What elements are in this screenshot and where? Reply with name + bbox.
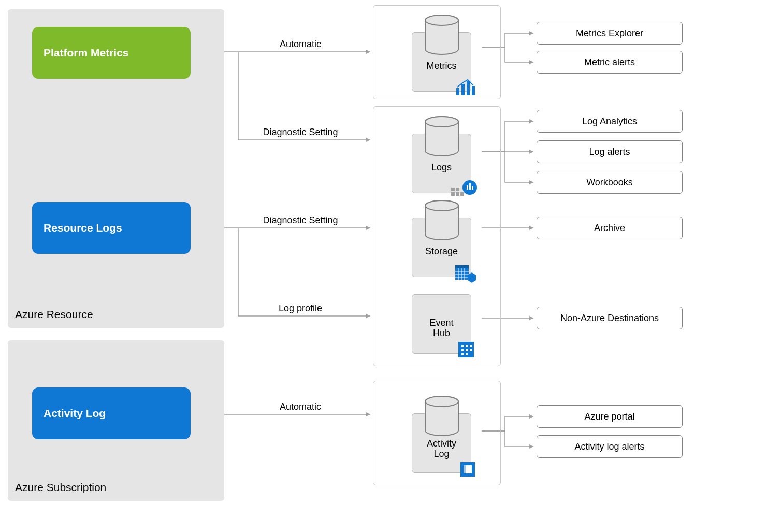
svg-rect-29 [461,345,464,347]
database-icon [423,116,460,158]
svg-point-38 [425,396,458,407]
storage-icon [454,262,477,283]
database-icon [423,199,460,242]
svg-marker-27 [468,272,476,283]
region-azure-resource-label: Azure Resource [15,308,93,321]
activity-log-icon [458,460,477,479]
svg-rect-16 [472,186,473,190]
consumer-log-analytics: Log Analytics [537,110,683,133]
event-hub-icon [456,339,477,360]
svg-rect-34 [470,349,472,351]
dest-logs-label: Logs [431,163,452,173]
dest-activity-log-label: Activity Log [427,439,456,459]
logs-icon [451,178,477,199]
consumer-activity-log-alerts: Activity log alerts [537,435,683,458]
svg-rect-20 [455,265,469,268]
consumer-workbooks: Workbooks [537,171,683,194]
source-activity-log: Activity Log [32,387,191,439]
svg-rect-41 [464,465,466,473]
consumer-metric-alerts: Metric alerts [537,51,683,74]
svg-rect-35 [461,353,464,355]
source-resource-logs: Resource Logs [32,202,191,254]
database-icon [423,395,460,438]
dest-metrics-label: Metrics [427,61,457,71]
svg-rect-4 [467,81,470,95]
svg-rect-10 [451,192,455,196]
svg-rect-36 [466,353,468,355]
svg-rect-8 [451,188,455,191]
svg-rect-30 [466,345,468,347]
consumer-archive: Archive [537,217,683,239]
svg-rect-3 [461,84,465,95]
svg-rect-31 [470,345,472,347]
edge-label-log-profile: Log profile [279,303,322,314]
svg-rect-11 [456,192,459,196]
source-activity-log-label: Activity Log [44,407,106,420]
svg-rect-32 [461,349,464,351]
svg-rect-14 [467,185,468,190]
region-azure-subscription-label: Azure Subscription [15,481,106,494]
dest-event-hub-label: Event Hub [429,318,453,339]
edge-label-diagnostic-2: Diagnostic Setting [263,215,338,226]
consumer-log-alerts: Log alerts [537,140,683,163]
source-platform-metrics-label: Platform Metrics [44,47,129,59]
edge-label-automatic-1: Automatic [280,39,321,50]
svg-point-18 [425,200,458,211]
dest-logs: Logs [412,134,471,193]
dest-metrics: Metrics [412,32,471,92]
consumer-metrics-explorer: Metrics Explorer [537,22,683,45]
svg-point-7 [425,117,458,127]
consumer-non-azure: Non-Azure Destinations [537,307,683,329]
consumer-azure-portal: Azure portal [537,405,683,428]
dest-event-hub: Event Hub [412,294,471,354]
svg-rect-12 [460,192,464,196]
dest-activity-log: Activity Log [412,413,471,473]
svg-rect-9 [456,188,459,191]
source-resource-logs-label: Resource Logs [44,222,122,234]
database-icon [423,14,460,56]
svg-rect-15 [469,183,471,190]
source-platform-metrics: Platform Metrics [32,27,191,79]
svg-rect-5 [472,86,475,95]
svg-rect-2 [456,88,459,95]
edge-label-diagnostic-1: Diagnostic Setting [263,127,338,138]
edge-label-automatic-2: Automatic [280,401,321,412]
dest-storage-label: Storage [425,247,458,257]
dest-storage: Storage [412,218,471,277]
svg-rect-33 [466,349,468,351]
metrics-chart-icon [454,77,477,97]
svg-point-1 [425,15,458,25]
